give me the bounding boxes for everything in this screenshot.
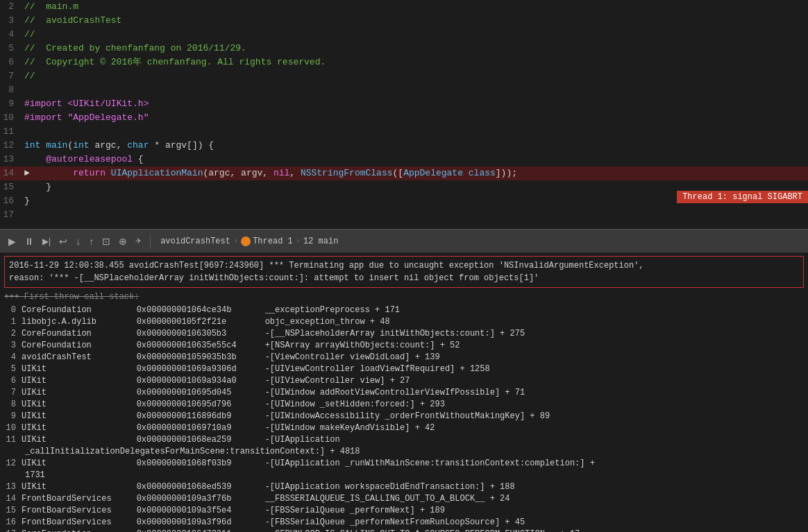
code-line-3: 3 // avoidCrashTest	[0, 14, 808, 28]
code-line-6: 6 // Copyright © 2016年 chenfanfang. All …	[0, 55, 808, 69]
stack-frame-15: 15 FrontBoardServices 0x00000000109a3f5e…	[4, 505, 804, 517]
thread-icon	[241, 237, 251, 246]
stack-frame-4: 4 avoidCrashTest 0x000000001059035b3b -[…	[4, 352, 804, 363]
code-line-12: 12 int main(int argc, char * argv[]) {	[0, 139, 808, 153]
step-down-button[interactable]: ↓	[73, 234, 83, 248]
code-editor: 2 // main.m 3 // avoidCrashTest 4 // 5 /…	[0, 0, 808, 229]
code-line-13: 13 @autoreleasepool {	[0, 153, 808, 166]
breadcrumb-frame[interactable]: 12 main	[303, 237, 338, 246]
code-line-7: 7 //	[0, 69, 808, 83]
code-line-17: 17	[0, 208, 808, 222]
stack-frame-17: 17 CoreFoundation 0x00000000106473311 __…	[4, 529, 804, 532]
step-over-button[interactable]: ▶|	[40, 235, 53, 248]
breadcrumb-thread[interactable]: Thread 1	[241, 237, 293, 246]
stack-frame-14: 14 FrontBoardServices 0x00000000109a3f76…	[4, 493, 804, 505]
toolbar-divider	[150, 234, 151, 248]
breakpoints-button[interactable]: ⊡	[99, 234, 113, 248]
first-throw-line: +++ First throw call stack:	[0, 291, 808, 303]
stack-frame-11: 11 UIKit 0x000000001068ea259 -[UIApplica…	[4, 434, 804, 446]
stack-frame-6: 6 UIKit 0x000000001069a934a0 -[UIViewCon…	[4, 375, 804, 387]
code-line-4: 4 //	[0, 28, 808, 42]
stack-frame-0: 0 CoreFoundation 0x000000001064ce34b __e…	[4, 304, 804, 316]
code-line-11: 11	[0, 125, 808, 139]
stack-frame-1: 1 libobjc.A.dylib 0x0000000105f2f21e obj…	[4, 316, 804, 328]
debug-button[interactable]: ⊕	[116, 234, 130, 248]
stack-frame-5: 5 UIKit 0x000000001069a9306d -[UIViewCon…	[4, 363, 804, 375]
stack-trace: 0 CoreFoundation 0x000000001064ce34b __e…	[0, 303, 808, 532]
stack-frame-11-cont: _callInitializationDelegatesForMainScene…	[4, 446, 804, 458]
stack-frame-10: 10 UIKit 0x000000001069710a9 -[UIWindow …	[4, 422, 804, 434]
error-message-box: 2016-11-29 12:00:38.455 avoidCrashTest[9…	[4, 256, 804, 288]
stack-frame-16: 16 FrontBoardServices 0x00000000109a3f96…	[4, 517, 804, 529]
breadcrumb-project[interactable]: avoidCrashTest	[160, 237, 230, 246]
breadcrumb: avoidCrashTest › Thread 1 › 12 main	[160, 237, 338, 246]
code-line-10: 10 #import "AppDelegate.h"	[0, 111, 808, 125]
code-line-14: 14 ► return UIApplicationMain(argc, argv…	[0, 166, 808, 180]
stack-frame-8: 8 UIKit 0x0000000010695d796 -[UIWindow _…	[4, 399, 804, 411]
code-line-9: 9 #import <UIKit/UIKit.h>	[0, 97, 808, 111]
code-line-8: 8	[0, 83, 808, 97]
thread-badge: Thread 1: signal SIGABRT	[677, 191, 808, 203]
stack-frame-12-cont: 1731	[4, 470, 804, 481]
continue-button[interactable]: ▶	[6, 234, 19, 248]
code-line-5: 5 // Created by chenfanfang on 2016/11/2…	[0, 42, 808, 55]
share-button[interactable]: ✈	[133, 235, 144, 247]
stack-frame-7: 7 UIKit 0x0000000010695d045 -[UIWindow a…	[4, 387, 804, 399]
console-area: 2016-11-29 12:00:38.455 avoidCrashTest[9…	[0, 253, 808, 532]
code-line-2: 2 // main.m	[0, 0, 808, 14]
stack-frame-2: 2 CoreFoundation 0x00000000106305b3 -[__…	[4, 328, 804, 340]
pause-button[interactable]: ⏸	[22, 234, 37, 248]
stack-frame-12: 12 UIKit 0x000000001068f03b9 -[UIApplica…	[4, 458, 804, 470]
stack-frame-3: 3 CoreFoundation 0x0000000010635e55c4 +[…	[4, 340, 804, 352]
toolbar: ▶ ⏸ ▶| ↩ ↓ ↑ ⊡ ⊕ ✈ avoidCrashTest › Thre…	[0, 229, 808, 253]
step-up-button[interactable]: ↑	[86, 234, 96, 248]
error-text: 2016-11-29 12:00:38.455 avoidCrashTest[9…	[9, 261, 644, 283]
stack-frame-13: 13 UIKit 0x000000001068ed539 -[UIApplica…	[4, 481, 804, 493]
step-into-button[interactable]: ↩	[56, 234, 70, 248]
stack-frame-9: 9 UIKit 0x00000000116896db9 -[UIWindowAc…	[4, 411, 804, 422]
